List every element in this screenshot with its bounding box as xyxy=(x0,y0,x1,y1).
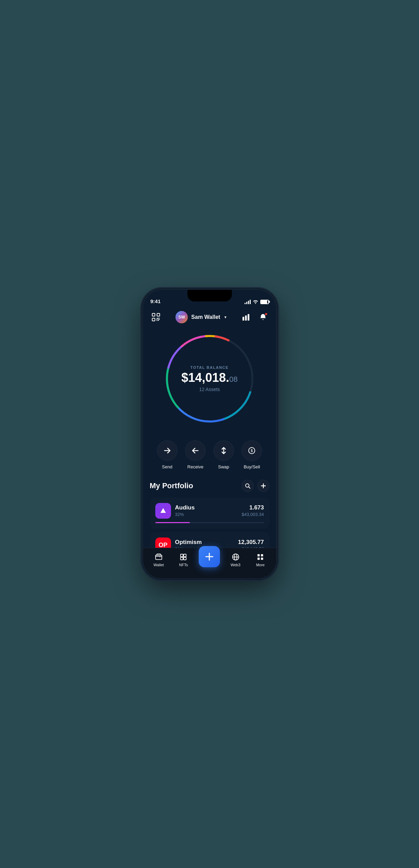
buysell-label: Buy/Sell xyxy=(244,464,260,469)
svg-rect-29 xyxy=(181,554,183,557)
signal-icon xyxy=(245,300,251,304)
nav-wallet-label: Wallet xyxy=(154,563,164,567)
wallet-icon xyxy=(154,553,163,561)
asset-card-audius[interactable]: Audius 32% 1.673 $43,003.34 xyxy=(150,497,270,529)
phone-frame: 9:41 xyxy=(143,290,276,579)
action-buttons: Send Receive xyxy=(143,433,276,476)
svg-rect-1 xyxy=(157,313,160,316)
swap-button[interactable]: Swap xyxy=(213,440,234,469)
audius-progress-fill xyxy=(155,522,190,523)
notification-bell[interactable] xyxy=(257,311,269,323)
wifi-icon xyxy=(253,300,258,304)
balance-section: TOTAL BALANCE $14,018.08 12 Assets xyxy=(143,327,276,433)
optimism-name: Optimism xyxy=(175,539,234,546)
svg-rect-9 xyxy=(248,314,249,321)
status-time: 9:41 xyxy=(150,298,161,304)
add-asset-button[interactable] xyxy=(257,480,270,492)
audius-amount: 1.673 xyxy=(241,504,264,511)
receive-icon xyxy=(185,440,206,461)
svg-marker-27 xyxy=(160,508,166,513)
balance-circle: TOTAL BALANCE $14,018.08 12 Assets xyxy=(162,331,258,427)
svg-rect-42 xyxy=(258,558,260,560)
swap-label: Swap xyxy=(218,464,229,469)
svg-rect-43 xyxy=(261,558,263,560)
svg-rect-40 xyxy=(258,554,260,556)
buysell-icon: $ xyxy=(241,440,262,461)
svg-rect-31 xyxy=(181,557,183,560)
nav-wallet[interactable]: Wallet xyxy=(149,553,168,567)
balance-assets: 12 Assets xyxy=(179,387,240,392)
asset-row-audius: Audius 32% 1.673 $43,003.34 xyxy=(155,503,264,519)
wallet-selector[interactable]: SW Sam Wallet ▾ xyxy=(175,311,226,323)
swap-icon xyxy=(213,440,234,461)
svg-rect-0 xyxy=(152,313,155,316)
audius-name: Audius xyxy=(175,504,238,511)
svg-rect-2 xyxy=(152,318,155,321)
svg-line-24 xyxy=(249,487,250,488)
buysell-button[interactable]: $ Buy/Sell xyxy=(241,440,262,469)
audius-info: Audius 32% xyxy=(175,504,238,517)
balance-amount: $14,018.08 xyxy=(179,372,240,384)
web3-icon xyxy=(231,553,240,561)
avatar: SW xyxy=(175,311,188,323)
nav-more-label: More xyxy=(256,563,265,567)
fab-button[interactable] xyxy=(199,546,220,567)
audius-progress-bar xyxy=(155,522,264,523)
chart-icon[interactable] xyxy=(240,311,252,323)
header-right xyxy=(240,311,269,323)
balance-label: TOTAL BALANCE xyxy=(179,365,240,370)
notification-dot xyxy=(264,312,268,316)
portfolio-title: My Portfolio xyxy=(150,481,193,490)
svg-rect-30 xyxy=(184,554,186,557)
optimism-amount: 12,305.77 xyxy=(238,539,264,546)
nfts-icon xyxy=(179,553,188,561)
status-icons xyxy=(245,300,269,304)
receive-label: Receive xyxy=(187,464,204,469)
audius-values: 1.673 $43,003.34 xyxy=(241,504,264,517)
chevron-down-icon: ▾ xyxy=(224,315,226,320)
wallet-name: Sam Wallet xyxy=(191,314,220,320)
nav-nfts[interactable]: NFTs xyxy=(174,553,193,567)
balance-info: TOTAL BALANCE $14,018.08 12 Assets xyxy=(179,365,240,392)
send-button[interactable]: Send xyxy=(157,440,178,469)
search-button[interactable] xyxy=(241,480,254,492)
battery-icon xyxy=(260,300,269,304)
audius-usd: $43,003.34 xyxy=(241,512,264,517)
nav-more[interactable]: More xyxy=(251,553,270,567)
nav-nfts-label: NFTs xyxy=(179,563,188,567)
audius-pct: 32% xyxy=(175,512,238,517)
app-content: SW Sam Wallet ▾ xyxy=(143,307,276,579)
nav-web3[interactable]: Web3 xyxy=(226,553,245,567)
nav-web3-label: Web3 xyxy=(231,563,240,567)
bottom-nav: Wallet NFTs xyxy=(143,548,276,579)
more-icon xyxy=(256,553,265,561)
svg-text:$: $ xyxy=(251,449,253,453)
svg-rect-41 xyxy=(261,554,263,556)
notch xyxy=(187,290,232,301)
send-label: Send xyxy=(162,464,172,469)
receive-button[interactable]: Receive xyxy=(185,440,206,469)
send-icon xyxy=(157,440,178,461)
app-header: SW Sam Wallet ▾ xyxy=(143,307,276,327)
svg-rect-32 xyxy=(184,557,186,560)
audius-logo xyxy=(155,503,171,519)
portfolio-actions xyxy=(241,480,270,492)
scan-icon[interactable] xyxy=(150,311,162,323)
portfolio-header: My Portfolio xyxy=(150,480,270,492)
svg-rect-8 xyxy=(245,315,247,321)
svg-rect-28 xyxy=(156,555,162,560)
svg-rect-7 xyxy=(243,317,244,321)
